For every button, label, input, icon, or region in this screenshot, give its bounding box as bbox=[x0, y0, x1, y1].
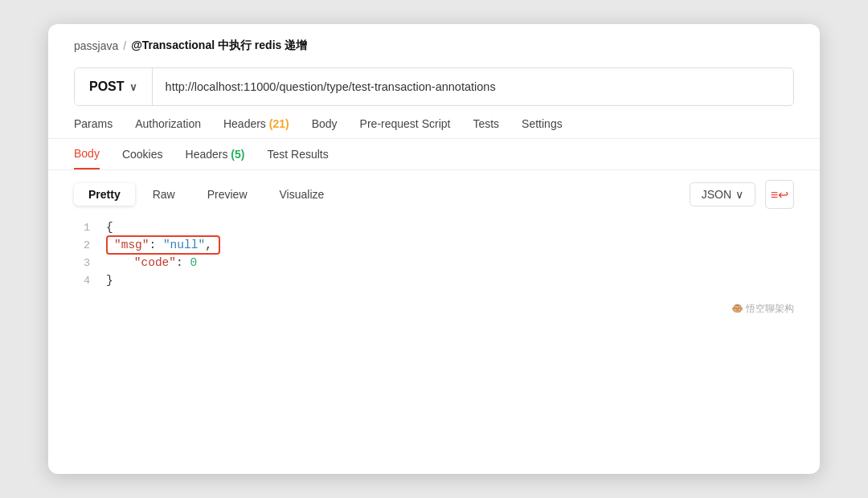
code-content-2: "msg": "null", bbox=[106, 239, 220, 251]
response-tabs-row: Body Cookies Headers (5) Test Results bbox=[48, 139, 820, 170]
response-tab-headers[interactable]: Headers (5) bbox=[186, 140, 245, 169]
line-number-2: 2 bbox=[74, 239, 90, 251]
method-chevron: ∨ bbox=[129, 81, 137, 93]
method-label: POST bbox=[89, 80, 125, 94]
tab-params[interactable]: Params bbox=[74, 117, 113, 138]
url-bar: POST ∨ bbox=[74, 67, 794, 106]
json-selector-chevron: ∨ bbox=[735, 188, 743, 201]
json-selector-label: JSON bbox=[702, 188, 731, 201]
response-tab-cookies[interactable]: Cookies bbox=[122, 140, 163, 169]
response-headers-badge: (5) bbox=[231, 148, 244, 161]
breadcrumb-link[interactable]: passjava bbox=[74, 39, 118, 52]
breadcrumb-title: @Transactional 中执行 redis 递增 bbox=[131, 39, 307, 53]
code-content-4: } bbox=[106, 274, 113, 287]
watermark: 🐵 悟空聊架构 bbox=[48, 289, 820, 316]
format-pretty[interactable]: Pretty bbox=[74, 183, 135, 206]
code-line-2: 2 "msg": "null", bbox=[74, 236, 794, 254]
code-content-1: { bbox=[106, 221, 113, 234]
highlighted-code-block: "msg": "null", bbox=[106, 235, 220, 255]
format-raw[interactable]: Raw bbox=[138, 183, 190, 206]
tab-prerequest[interactable]: Pre-request Script bbox=[360, 117, 451, 138]
code-line-3: 3 "code": 0 bbox=[74, 254, 794, 271]
top-tabs-row: Params Authorization Headers (21) Body P… bbox=[48, 117, 820, 139]
json-type-selector[interactable]: JSON ∨ bbox=[690, 182, 755, 206]
format-bar: Pretty Raw Preview Visualize JSON ∨ ≡↩ bbox=[48, 170, 820, 218]
code-line-1: 1 { bbox=[74, 218, 794, 236]
response-tab-body[interactable]: Body bbox=[74, 139, 100, 169]
breadcrumb: passjava / @Transactional 中执行 redis 递增 bbox=[48, 24, 820, 61]
tab-authorization[interactable]: Authorization bbox=[135, 117, 201, 138]
line-number-4: 4 bbox=[74, 275, 90, 287]
headers-badge: (21) bbox=[269, 117, 289, 130]
code-area: 1 { 2 "msg": "null", 3 "code": 0 4 bbox=[48, 218, 820, 289]
response-tab-test-results[interactable]: Test Results bbox=[267, 140, 328, 169]
format-visualize[interactable]: Visualize bbox=[265, 183, 339, 206]
wrap-icon: ≡↩ bbox=[771, 187, 788, 202]
watermark-text: 🐵 悟空聊架构 bbox=[731, 303, 794, 314]
breadcrumb-separator: / bbox=[123, 39, 126, 52]
tab-headers[interactable]: Headers (21) bbox=[223, 117, 289, 138]
code-content-3: "code": 0 bbox=[106, 256, 197, 269]
line-number-1: 1 bbox=[74, 222, 90, 234]
wrap-toggle[interactable]: ≡↩ bbox=[765, 180, 794, 209]
tab-body[interactable]: Body bbox=[312, 117, 338, 138]
method-selector[interactable]: POST ∨ bbox=[75, 68, 153, 105]
tab-tests[interactable]: Tests bbox=[473, 117, 499, 138]
code-line-4: 4 } bbox=[74, 271, 794, 289]
url-input[interactable] bbox=[153, 80, 793, 93]
main-card: passjava / @Transactional 中执行 redis 递增 P… bbox=[48, 24, 820, 474]
line-number-3: 3 bbox=[74, 257, 90, 269]
tab-settings[interactable]: Settings bbox=[522, 117, 563, 138]
format-preview[interactable]: Preview bbox=[193, 183, 262, 206]
